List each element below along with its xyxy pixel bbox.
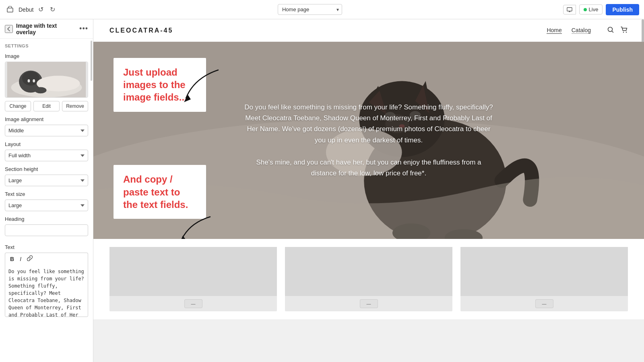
topbar-right: Live Publish bbox=[563, 4, 639, 15]
alignment-select[interactable]: Middle Top Bottom bbox=[5, 125, 88, 136]
arrow-top-svg bbox=[174, 66, 222, 106]
svg-point-14 bbox=[623, 32, 624, 33]
store-logo: CLEOCATRA-45 bbox=[109, 27, 173, 34]
sidebar-more-button[interactable]: ••• bbox=[79, 25, 88, 33]
image-button-row: Change Edit Remove bbox=[5, 101, 88, 111]
layout-field-label: Layout bbox=[5, 141, 88, 147]
nav-home-link[interactable]: Home bbox=[547, 27, 561, 34]
heading-input[interactable] bbox=[5, 224, 88, 236]
heading-field-label: Heading bbox=[5, 216, 88, 222]
store-nav: Home Catalog bbox=[547, 27, 591, 34]
section-height-select[interactable]: Large Small Medium bbox=[5, 175, 88, 186]
hero-section: Just upload images to the image fields..… bbox=[93, 42, 644, 239]
layout-select[interactable]: Full width Fixed width bbox=[5, 150, 88, 161]
live-badge: Live bbox=[579, 4, 603, 14]
text-textarea[interactable]: Do you feel like something is missing fr… bbox=[5, 265, 88, 317]
product-card-button[interactable]: — bbox=[184, 299, 202, 308]
search-icon-button[interactable] bbox=[607, 26, 614, 35]
image-thumbnail-svg bbox=[5, 62, 88, 97]
link-button[interactable] bbox=[25, 255, 35, 263]
settings-section-label: SETTINGS bbox=[5, 43, 88, 48]
topbar-left: Debut ↺ ↻ bbox=[5, 4, 57, 15]
remove-image-button[interactable]: Remove bbox=[62, 101, 88, 111]
product-card: — bbox=[285, 247, 452, 311]
cart-icon-button[interactable] bbox=[621, 26, 628, 35]
page-selector[interactable]: Home page About Contact bbox=[278, 4, 342, 15]
product-grid: — — — bbox=[93, 239, 644, 319]
store-header: CLEOCATRA-45 Home Catalog bbox=[93, 19, 644, 42]
topbar-back-button[interactable] bbox=[5, 4, 15, 15]
sidebar-back-button[interactable] bbox=[5, 25, 13, 33]
product-card: — bbox=[460, 247, 628, 311]
text-toolbar: B I bbox=[5, 253, 88, 265]
undo-button[interactable]: ↺ bbox=[37, 4, 45, 15]
image-field-label: Image bbox=[5, 53, 88, 59]
live-label: Live bbox=[589, 6, 599, 12]
italic-button[interactable]: I bbox=[17, 255, 24, 263]
store-name-label: Debut bbox=[19, 6, 33, 13]
preview-area: CLEOCATRA-45 Home Catalog bbox=[93, 19, 644, 362]
bold-button[interactable]: B bbox=[8, 255, 17, 263]
product-card-image bbox=[285, 247, 452, 296]
page-selector-wrap: Home page About Contact bbox=[278, 4, 342, 15]
topbar: Debut ↺ ↻ Home page About Contact Live P… bbox=[0, 0, 644, 19]
sidebar: Image with text overlay ••• SETTINGS Ima… bbox=[0, 19, 93, 362]
change-image-button[interactable]: Change bbox=[5, 101, 31, 111]
svg-rect-1 bbox=[567, 7, 572, 11]
sidebar-scrollbar bbox=[91, 41, 92, 81]
nav-catalog-link[interactable]: Catalog bbox=[572, 27, 591, 34]
product-card-btn-row: — bbox=[109, 296, 277, 311]
product-card-image bbox=[109, 247, 277, 296]
topbar-center: Home page About Contact bbox=[62, 4, 558, 15]
arrow-bottom-svg bbox=[174, 215, 214, 239]
alignment-field-label: Image alignment bbox=[5, 116, 88, 122]
store-icons bbox=[607, 26, 628, 35]
section-height-label: Section height bbox=[5, 166, 88, 172]
text-size-label: Text size bbox=[5, 191, 88, 197]
image-thumbnail bbox=[5, 62, 88, 98]
main-area: Image with text overlay ••• SETTINGS Ima… bbox=[0, 19, 644, 362]
product-card-btn-row: — bbox=[460, 296, 628, 311]
device-toggle-button[interactable] bbox=[563, 5, 576, 14]
text-field-label: Text bbox=[5, 244, 88, 250]
text-size-select[interactable]: Large Small Medium bbox=[5, 200, 88, 211]
redo-button[interactable]: ↻ bbox=[48, 4, 57, 15]
product-card-btn-row: — bbox=[285, 296, 452, 311]
product-card-button[interactable]: — bbox=[535, 299, 553, 308]
product-card: — bbox=[109, 247, 277, 311]
svg-marker-33 bbox=[180, 236, 186, 239]
svg-rect-0 bbox=[7, 8, 13, 12]
product-card-image bbox=[460, 247, 628, 296]
live-dot bbox=[584, 8, 587, 11]
hero-main-text: Do you feel like something is missing fr… bbox=[244, 102, 493, 146]
svg-rect-12 bbox=[7, 62, 86, 97]
hero-text-block: Do you feel like something is missing fr… bbox=[244, 102, 493, 179]
callout-bottom-text: And copy / paste text to the text fields… bbox=[123, 173, 196, 211]
sidebar-header: Image with text overlay ••• bbox=[0, 19, 93, 39]
callout-bottom-box: And copy / paste text to the text fields… bbox=[114, 165, 206, 219]
product-card-button[interactable]: — bbox=[360, 299, 378, 308]
svg-point-13 bbox=[608, 27, 613, 32]
svg-point-15 bbox=[626, 32, 627, 33]
publish-button[interactable]: Publish bbox=[606, 4, 639, 15]
edit-image-button[interactable]: Edit bbox=[33, 101, 60, 111]
sidebar-title: Image with text overlay bbox=[16, 23, 76, 35]
hero-sub-text: She's mine, and you can't have her, but … bbox=[244, 157, 493, 179]
